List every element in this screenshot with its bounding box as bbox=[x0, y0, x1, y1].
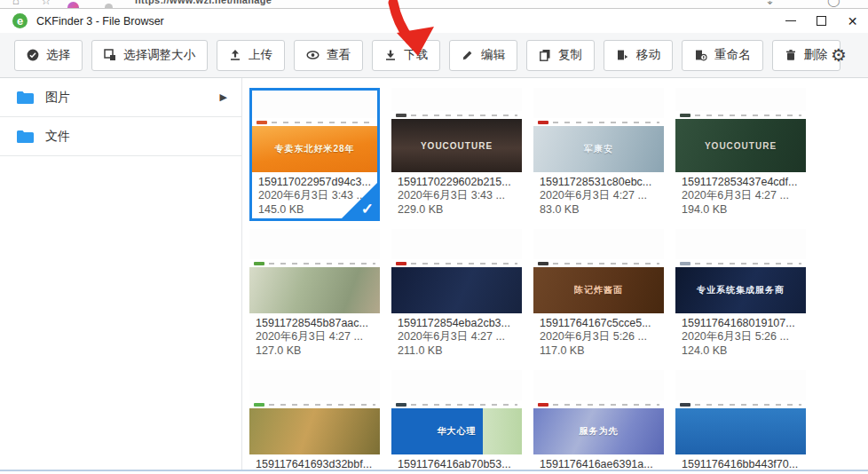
thumbnail-nav-strip bbox=[533, 259, 664, 267]
file-thumbnail bbox=[675, 370, 806, 454]
file-meta: 1591172854eba2cb3... 2020年6月3日 4:27 ... … bbox=[391, 313, 522, 358]
file-meta: 15911728545b87aac... 2020年6月3日 4:27 ... … bbox=[249, 313, 380, 358]
window-title: CKFinder 3 - File Browser bbox=[36, 15, 164, 28]
edit-button[interactable]: 编辑 bbox=[449, 40, 517, 71]
thumbnail-nav-strip bbox=[533, 118, 664, 126]
view-button[interactable]: 查看 bbox=[294, 40, 363, 71]
profile-icon: ◯ bbox=[827, 0, 840, 7]
thumbnail-banner: 服务为先 bbox=[533, 408, 664, 454]
upload-button[interactable]: 上传 bbox=[217, 40, 285, 71]
file-thumbnail: 服务为先 bbox=[533, 370, 664, 454]
file-card[interactable]: YOUCOUTURE 1591172853437e4cdf... 2020年6月… bbox=[675, 88, 806, 221]
file-thumbnail: 华大心理 bbox=[391, 370, 522, 454]
thumbnail-banner bbox=[249, 408, 380, 454]
file-thumbnail: 专业系统集成服务商 bbox=[675, 229, 806, 313]
file-thumbnail: 陈记炸酱面 bbox=[533, 229, 664, 313]
thumbnail-page-top bbox=[249, 229, 380, 259]
delete-button-label: 删除 bbox=[804, 47, 828, 63]
select-resized-button-label: 选择调整大小 bbox=[123, 47, 195, 63]
file-name: 15911728545b87aac... bbox=[256, 316, 374, 330]
file-card[interactable]: 专卖东北好米28年 159117022957d94c3... 2020年6月3日… bbox=[249, 88, 380, 221]
thumbnail-page-top bbox=[533, 88, 664, 118]
file-meta: 159117641693d32bbf... bbox=[249, 454, 380, 471]
file-meta: 15911728531c80ebc... 2020年6月3日 4:27 ... … bbox=[533, 172, 664, 217]
file-card[interactable]: 159117641693d32bbf... ✓ bbox=[249, 370, 380, 471]
copy-button[interactable]: 复制 bbox=[526, 40, 595, 71]
download-button[interactable]: 下载 bbox=[372, 40, 440, 71]
file-name: 1591170229602b215... bbox=[398, 175, 516, 189]
file-card[interactable]: 华大心理 1591176416ab70b53... ✓ bbox=[391, 370, 522, 471]
file-card[interactable]: 陈记炸酱面 15911764167c5cce5... 2020年6月3日 5:2… bbox=[533, 229, 664, 362]
thumbnail-page-top bbox=[533, 370, 664, 400]
file-pane: 专卖东北好米28年 159117022957d94c3... 2020年6月3日… bbox=[242, 78, 868, 471]
thumbnail-nav-strip bbox=[249, 400, 380, 408]
view-button-label: 查看 bbox=[327, 47, 351, 63]
file-size: 124.0 KB bbox=[682, 344, 800, 359]
star-icon: ☆ bbox=[41, 0, 51, 7]
minimize-icon bbox=[785, 20, 796, 21]
thumbnail-page-top bbox=[391, 229, 522, 259]
file-date: 2020年6月3日 3:43 ... bbox=[398, 189, 516, 203]
file-card[interactable]: YOUCOUTURE 1591170229602b215... 2020年6月3… bbox=[391, 88, 522, 221]
file-card[interactable]: 1591172854eba2cb3... 2020年6月3日 4:27 ... … bbox=[391, 229, 522, 362]
file-thumbnail: 军康安 bbox=[533, 88, 664, 172]
file-size: 194.0 KB bbox=[682, 203, 800, 217]
thumbnail-nav-links bbox=[553, 122, 659, 123]
thumbnail-banner-text: 陈记炸酱面 bbox=[574, 284, 623, 296]
file-thumbnail: YOUCOUTURE bbox=[675, 88, 806, 172]
select-resized-button[interactable]: 选择调整大小 bbox=[91, 40, 208, 71]
thumbnail-page-top bbox=[391, 370, 522, 400]
upload-button-label: 上传 bbox=[249, 47, 272, 63]
thumbnail-page-top bbox=[391, 88, 522, 111]
file-thumbnail bbox=[249, 229, 380, 313]
thumbnail-nav-strip bbox=[249, 259, 380, 267]
file-date: 2020年6月3日 4:27 ... bbox=[682, 189, 800, 203]
move-button[interactable]: 移动 bbox=[604, 40, 673, 71]
download-indicator-icon: ⇣ bbox=[765, 0, 775, 7]
file-date: 2020年6月3日 4:27 ... bbox=[540, 189, 658, 203]
thumbnail-site-logo bbox=[396, 114, 406, 117]
address-bar-url: https://www.wzi.net/manage bbox=[135, 0, 272, 5]
thumbnail-banner-text: 专卖东北好米28年 bbox=[274, 143, 354, 155]
ckfinder-logo-icon: e bbox=[12, 13, 28, 28]
file-name: 15911764168019107... bbox=[682, 316, 800, 330]
minimize-button[interactable] bbox=[775, 9, 806, 33]
file-card[interactable]: 1591176416bb443f70... ✓ bbox=[675, 370, 806, 471]
file-meta: 1591176416bb443f70... bbox=[675, 454, 806, 471]
toolbar: 选择 选择调整大小 上传 查看 下载 编辑 复制 移动 bbox=[0, 33, 868, 78]
thumbnail-nav-links bbox=[553, 263, 659, 265]
move-icon bbox=[616, 49, 629, 61]
thumbnail-page-top bbox=[249, 370, 380, 400]
thumbnail-site-logo bbox=[254, 403, 264, 407]
file-card[interactable]: 15911728545b87aac... 2020年6月3日 4:27 ... … bbox=[249, 229, 380, 362]
thumbnail-site-logo bbox=[680, 114, 690, 117]
folder-sidebar: 图片 ▶ 文件 bbox=[0, 78, 242, 471]
file-meta: 1591176416ab70b53... bbox=[391, 454, 522, 471]
rename-button[interactable]: 重命名 bbox=[682, 40, 763, 71]
delete-button[interactable]: 删除 bbox=[772, 40, 840, 71]
thumbnail-nav-strip bbox=[675, 259, 806, 267]
file-card[interactable]: 军康安 15911728531c80ebc... 2020年6月3日 4:27 … bbox=[533, 88, 664, 221]
file-card[interactable]: 专业系统集成服务商 15911764168019107... 2020年6月3日… bbox=[675, 229, 806, 362]
select-button[interactable]: 选择 bbox=[14, 40, 83, 71]
thumbnail-banner-text: 专业系统集成服务商 bbox=[697, 284, 785, 296]
expand-arrow-icon[interactable]: ▶ bbox=[220, 91, 227, 103]
sidebar-folder-files[interactable]: 文件 bbox=[0, 117, 241, 156]
file-card[interactable]: 服务为先 1591176416ae6391a... ✓ bbox=[533, 370, 664, 471]
avatar bbox=[67, 2, 79, 9]
file-name: 1591176416bb443f70... bbox=[682, 457, 800, 471]
close-button[interactable]: ✕ bbox=[837, 9, 868, 33]
rename-icon bbox=[694, 49, 707, 61]
thumbnail-banner-text: YOUCOUTURE bbox=[705, 141, 777, 151]
file-size: 117.0 KB bbox=[540, 344, 658, 359]
file-name: 1591176416ab70b53... bbox=[398, 457, 516, 471]
thumbnail-banner bbox=[249, 267, 380, 313]
thumbnail-banner-text: YOUCOUTURE bbox=[421, 141, 493, 151]
file-meta: 1591172853437e4cdf... 2020年6月3日 4:27 ...… bbox=[675, 172, 806, 217]
settings-gear-icon[interactable]: ⚙ bbox=[831, 46, 847, 64]
thumbnail-nav-links bbox=[411, 263, 517, 265]
edit-pencil-icon bbox=[462, 49, 474, 61]
copy-icon bbox=[539, 49, 551, 61]
maximize-button[interactable] bbox=[806, 9, 837, 33]
sidebar-folder-images[interactable]: 图片 ▶ bbox=[0, 78, 241, 117]
